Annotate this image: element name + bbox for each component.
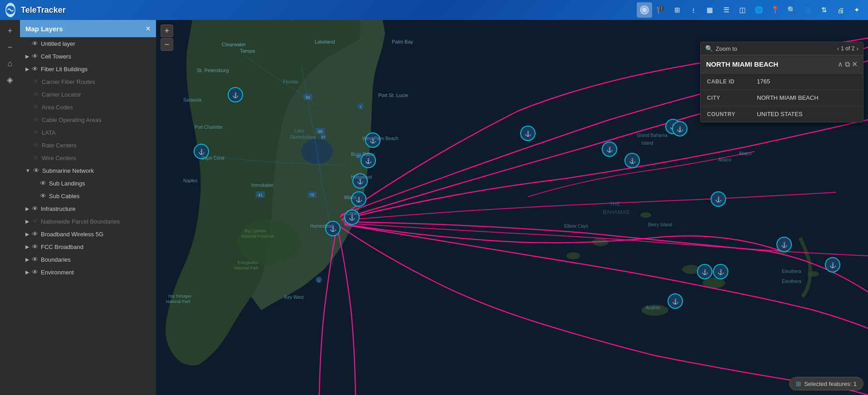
layer-label: Rate Centers: [42, 142, 151, 149]
svg-text:98: 98: [318, 129, 322, 134]
visibility-icon[interactable]: 👁: [33, 141, 39, 149]
popup-fields: CABLE ID 1765 CITY NORTH MIAMI BEACH COU…: [701, 73, 863, 122]
layers-title: Map Layers: [25, 25, 63, 33]
svg-point-12: [640, 212, 651, 218]
visibility-icon[interactable]: 👁: [32, 218, 38, 225]
layers-close-button[interactable]: ×: [146, 24, 151, 33]
visibility-icon[interactable]: 👁: [33, 78, 39, 85]
layer-item-submarine[interactable]: ▼👁Submarine Network: [20, 164, 156, 177]
visibility-icon[interactable]: 👁: [33, 154, 39, 161]
layer-item-carrier-fiber[interactable]: 👁Carrier Fiber Routes: [20, 75, 156, 88]
layers-scroll[interactable]: ▶👁Untitled layer▶👁Cell Towers▶👁Fiber Lit…: [20, 37, 156, 395]
layer-item-untitled[interactable]: ▶👁Untitled layer: [20, 37, 156, 50]
layer-item-area-codes[interactable]: 👁Area Codes: [20, 101, 156, 113]
expand-icon: ▶: [25, 244, 29, 250]
popup-title: NORTH MIAMI BEACH: [706, 60, 836, 68]
popup-close-button[interactable]: ✕: [852, 60, 858, 68]
print-tool-button[interactable]: 🖨: [833, 2, 848, 18]
visibility-icon[interactable]: 👁: [40, 192, 46, 200]
svg-text:⚓: ⚓: [829, 262, 836, 268]
layer-label: Nationwide Parcel Boundaries: [41, 218, 151, 225]
layer-item-cell-towers[interactable]: ▶👁Cell Towers: [20, 50, 156, 63]
zoom-out-button[interactable]: −: [161, 38, 173, 51]
visibility-icon[interactable]: 👁: [33, 91, 39, 98]
list-tool-button[interactable]: ☰: [718, 2, 734, 18]
visibility-icon[interactable]: 👁: [33, 116, 39, 123]
globe-tool-button[interactable]: 🌐: [751, 2, 766, 18]
visibility-icon[interactable]: 👁: [32, 40, 38, 47]
visibility-icon[interactable]: 👁: [32, 53, 38, 60]
layer-item-sub-landings[interactable]: 👁Sub Landings: [20, 177, 156, 190]
layers-tool-button[interactable]: [637, 2, 652, 18]
share-tool-button[interactable]: ⇅: [816, 2, 832, 18]
toolbar: TeleTracker 🏴 ⊞ ⫶ ▦ ☰ ◫ 🌐: [0, 0, 868, 20]
layer-item-fiber-lit[interactable]: ▶👁Fiber Lit Buildings: [20, 63, 156, 75]
layer-item-carrier-locator[interactable]: 👁Carrier Locator: [20, 88, 156, 101]
svg-text:⚓: ⚓: [717, 268, 724, 275]
svg-text:⚓: ⚓: [365, 157, 372, 164]
layer-label: Carrier Fiber Routes: [42, 78, 151, 85]
layer-label: Infrastructure: [41, 205, 151, 212]
layer-item-rate-centers[interactable]: 👁Rate Centers: [20, 139, 156, 151]
visibility-icon[interactable]: 👁: [32, 256, 38, 263]
pin-tool-button[interactable]: 📍: [767, 2, 783, 18]
visibility-icon[interactable]: 👁: [32, 65, 38, 73]
layer-item-infrastructure[interactable]: ▶👁Infrastructure: [20, 202, 156, 215]
search-tool-button[interactable]: 🔍: [784, 2, 799, 18]
add-side-button[interactable]: +: [3, 24, 17, 38]
selected-features-label: Selected features: 1: [804, 380, 857, 387]
visibility-icon[interactable]: 👁: [33, 129, 39, 136]
svg-text:Key West: Key West: [284, 295, 304, 300]
layer-item-broadband-wireless[interactable]: ▶👁Broadband Wireless 5G: [20, 228, 156, 240]
bookmark-side-button[interactable]: ◈: [3, 73, 17, 87]
layer-item-environment[interactable]: ▶👁Environment: [20, 266, 156, 278]
visibility-icon[interactable]: 👁: [33, 167, 39, 174]
layer-label: Cable Operating Areas: [42, 117, 151, 123]
visibility-icon[interactable]: 👁: [32, 268, 38, 276]
layer-item-wire-centers[interactable]: 👁Wire Centers: [20, 151, 156, 164]
svg-text:1: 1: [360, 105, 362, 109]
popup-zoom-label: Zoom to: [716, 45, 834, 52]
svg-text:95: 95: [306, 95, 310, 100]
user-tool-button[interactable]: 👤: [800, 2, 815, 18]
svg-text:Lakeland: Lakeland: [315, 39, 335, 44]
popup-next-button[interactable]: ›: [856, 45, 858, 52]
star-tool-button[interactable]: ✦: [849, 2, 864, 18]
map-area[interactable]: ⚓ ⚓ ⚓ ⚓ ⚓ ⚓ ⚓ ⚓ ⚓ ⚓ ⚓ ⚓: [156, 20, 868, 395]
svg-text:Berry Island: Berry Island: [648, 222, 672, 227]
popup-copy-button[interactable]: ⧉: [845, 60, 850, 68]
layer-label: Broadband Wireless 5G: [41, 231, 151, 238]
zoom-in-button[interactable]: +: [161, 24, 173, 37]
layer-label: Environment: [41, 269, 151, 276]
expand-icon: ▶: [25, 231, 29, 237]
popup-collapse-button[interactable]: ∧: [838, 60, 843, 68]
visibility-icon[interactable]: 👁: [32, 205, 38, 212]
svg-text:⚓: ⚓: [781, 241, 788, 248]
minus-side-button[interactable]: −: [3, 40, 17, 54]
grid-tool-button[interactable]: ⊞: [669, 2, 685, 18]
layer-item-boundaries[interactable]: ▶👁Boundaries: [20, 253, 156, 266]
layer-item-cable-op[interactable]: 👁Cable Operating Areas: [20, 113, 156, 126]
table-tool-button[interactable]: ▦: [702, 2, 717, 18]
filter-tool-button[interactable]: ⫶: [686, 2, 701, 18]
layer-item-lata[interactable]: 👁LATA: [20, 126, 156, 139]
popup-prev-button[interactable]: ‹: [837, 45, 839, 52]
popup-field-row: CITY NORTH MIAMI BEACH: [701, 90, 863, 106]
chart-tool-button[interactable]: ◫: [735, 2, 750, 18]
svg-text:Andros: Andros: [646, 305, 660, 310]
svg-text:Island: Island: [641, 141, 653, 146]
visibility-icon[interactable]: 👁: [33, 103, 39, 111]
svg-text:Everglades: Everglades: [238, 260, 258, 265]
layer-label: LATA: [42, 129, 151, 136]
waypoint-tool-button[interactable]: 🏴: [653, 2, 668, 18]
home-side-button[interactable]: ⌂: [3, 56, 17, 71]
svg-text:27: 27: [322, 135, 326, 139]
visibility-icon[interactable]: 👁: [32, 243, 38, 250]
svg-text:Immokalee: Immokalee: [251, 183, 273, 188]
visibility-icon[interactable]: 👁: [40, 180, 46, 187]
visibility-icon[interactable]: 👁: [32, 230, 38, 238]
layer-item-nationwide-parcel[interactable]: ▶👁Nationwide Parcel Boundaries: [20, 215, 156, 228]
layer-item-sub-cables[interactable]: 👁Sub Cables: [20, 190, 156, 202]
layer-item-fcc-broadband[interactable]: ▶👁FCC Broadband: [20, 240, 156, 253]
svg-text:Naples: Naples: [183, 178, 197, 183]
